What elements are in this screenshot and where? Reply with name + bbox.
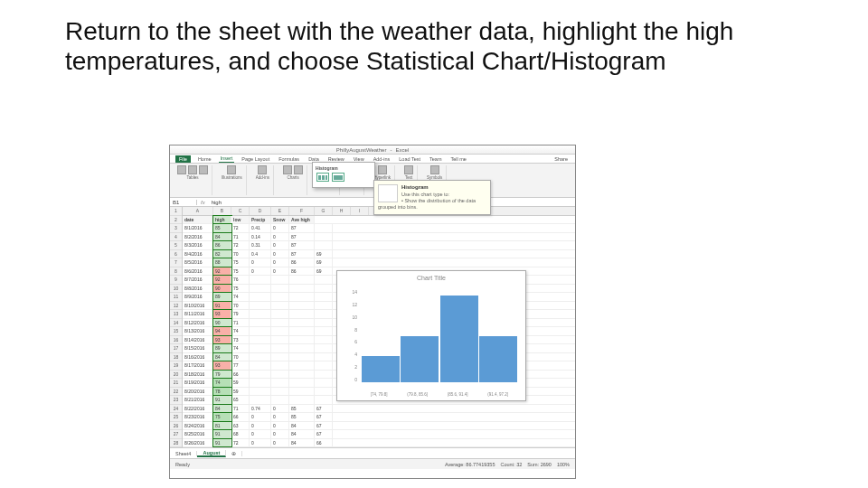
- cell[interactable]: 0: [250, 439, 271, 447]
- cell[interactable]: 71: [231, 319, 250, 327]
- cell[interactable]: 93: [213, 310, 231, 318]
- cell[interactable]: 8/12/2016: [183, 319, 213, 327]
- cell[interactable]: 67: [315, 405, 333, 413]
- addins-icon[interactable]: [258, 165, 267, 174]
- cell[interactable]: 86: [213, 241, 231, 249]
- cell[interactable]: 75: [231, 285, 250, 293]
- cell[interactable]: 89: [213, 344, 231, 352]
- cell[interactable]: 72: [231, 241, 250, 249]
- cell[interactable]: 84: [213, 233, 231, 241]
- cell[interactable]: 74: [231, 327, 250, 335]
- cell[interactable]: [271, 353, 289, 361]
- cell[interactable]: 75: [213, 413, 231, 421]
- hyperlink-icon[interactable]: [378, 165, 387, 174]
- cell[interactable]: [271, 388, 289, 396]
- cell[interactable]: 0: [271, 267, 289, 276]
- table-row[interactable]: 8/3/201686720.31087: [183, 241, 575, 250]
- cell[interactable]: [250, 379, 271, 387]
- cell[interactable]: 8/16/2016: [183, 353, 213, 361]
- cell[interactable]: 8/23/2016: [183, 413, 213, 421]
- cell[interactable]: 0: [271, 430, 289, 438]
- cell[interactable]: [289, 327, 315, 335]
- chart-bar[interactable]: [440, 296, 478, 382]
- cell[interactable]: 75: [231, 258, 250, 267]
- cell[interactable]: 73: [231, 336, 250, 344]
- cell[interactable]: 89: [213, 293, 231, 301]
- cell[interactable]: [271, 361, 289, 370]
- col-header[interactable]: D: [250, 207, 271, 215]
- cell[interactable]: 0: [250, 258, 271, 267]
- cell[interactable]: 86: [289, 267, 315, 276]
- cell[interactable]: 79: [231, 310, 250, 318]
- table-row[interactable]: 8/1/201685720.41087: [183, 224, 575, 233]
- col-header[interactable]: C: [231, 207, 250, 215]
- header-cell[interactable]: date: [183, 216, 213, 224]
- share-button[interactable]: Share: [552, 155, 570, 163]
- cell[interactable]: [250, 344, 271, 352]
- cell[interactable]: 92: [213, 276, 231, 284]
- cell[interactable]: 72: [231, 224, 250, 232]
- cell[interactable]: [315, 285, 333, 293]
- cell[interactable]: 8/9/2016: [183, 293, 213, 301]
- cell[interactable]: [289, 388, 315, 396]
- cell[interactable]: 0: [271, 422, 289, 430]
- cell[interactable]: [250, 336, 271, 344]
- col-header[interactable]: B: [213, 207, 231, 215]
- cell[interactable]: 8/21/2016: [183, 396, 213, 404]
- cell[interactable]: 8/10/2016: [183, 302, 213, 310]
- cell[interactable]: [271, 276, 289, 284]
- cell[interactable]: 63: [231, 422, 250, 430]
- cell[interactable]: 0.4: [250, 250, 271, 258]
- tell-me[interactable]: Tell me: [449, 155, 468, 163]
- cell[interactable]: 59: [231, 379, 250, 387]
- histogram-option-2[interactable]: [332, 173, 344, 182]
- cell[interactable]: 0.14: [250, 233, 271, 241]
- cell[interactable]: 0: [250, 430, 271, 438]
- cell[interactable]: 72: [231, 439, 250, 447]
- embedded-chart[interactable]: Chart Title 14121086420 [74, 79.8](79.8,…: [336, 270, 526, 401]
- cell[interactable]: [271, 371, 289, 379]
- cell[interactable]: 69: [315, 250, 333, 258]
- cell[interactable]: 8/18/2016: [183, 371, 213, 379]
- header-cell[interactable]: Snow: [271, 216, 289, 224]
- tab-loadtest[interactable]: Load Test: [397, 155, 422, 163]
- cell[interactable]: 87: [289, 224, 315, 232]
- cell[interactable]: 8/19/2016: [183, 379, 213, 387]
- table-row[interactable]: 8/26/20169172008466: [183, 439, 575, 448]
- formula-value[interactable]: high: [209, 200, 224, 205]
- cell[interactable]: 74: [231, 293, 250, 301]
- tab-file[interactable]: File: [175, 155, 191, 163]
- pivottable-icon[interactable]: [177, 165, 186, 174]
- cell[interactable]: 66: [231, 413, 250, 421]
- cell[interactable]: [315, 388, 333, 396]
- cell[interactable]: [289, 361, 315, 370]
- cell[interactable]: [289, 353, 315, 361]
- tab-insert[interactable]: Insert: [219, 155, 235, 163]
- illustrations-icon[interactable]: [227, 165, 236, 174]
- cell[interactable]: 8/15/2016: [183, 344, 213, 352]
- cell[interactable]: 87: [289, 250, 315, 258]
- cell[interactable]: 8/5/2016: [183, 258, 213, 267]
- cell[interactable]: 8/8/2016: [183, 285, 213, 293]
- cell[interactable]: 90: [213, 319, 231, 327]
- cell[interactable]: [289, 302, 315, 310]
- cell[interactable]: 8/17/2016: [183, 361, 213, 370]
- col-header[interactable]: F: [289, 207, 315, 215]
- cell[interactable]: 78: [213, 388, 231, 396]
- new-sheet-button[interactable]: ⊕: [226, 451, 242, 456]
- cell[interactable]: 93: [213, 336, 231, 344]
- cell[interactable]: 70: [231, 302, 250, 310]
- recommended-charts-icon[interactable]: [283, 165, 292, 174]
- cell[interactable]: 8/7/2016: [183, 276, 213, 284]
- cell[interactable]: [250, 293, 271, 301]
- cell[interactable]: 75: [231, 267, 250, 276]
- cell[interactable]: 67: [315, 430, 333, 438]
- cell[interactable]: 8/24/2016: [183, 422, 213, 430]
- cell[interactable]: [289, 293, 315, 301]
- cell[interactable]: [315, 241, 333, 249]
- cell[interactable]: [315, 371, 333, 379]
- cell[interactable]: 59: [231, 388, 250, 396]
- chart-bar[interactable]: [401, 336, 439, 383]
- table-row[interactable]: 8/2/201684710.14087: [183, 233, 575, 242]
- fx-icon[interactable]: fx: [197, 200, 209, 205]
